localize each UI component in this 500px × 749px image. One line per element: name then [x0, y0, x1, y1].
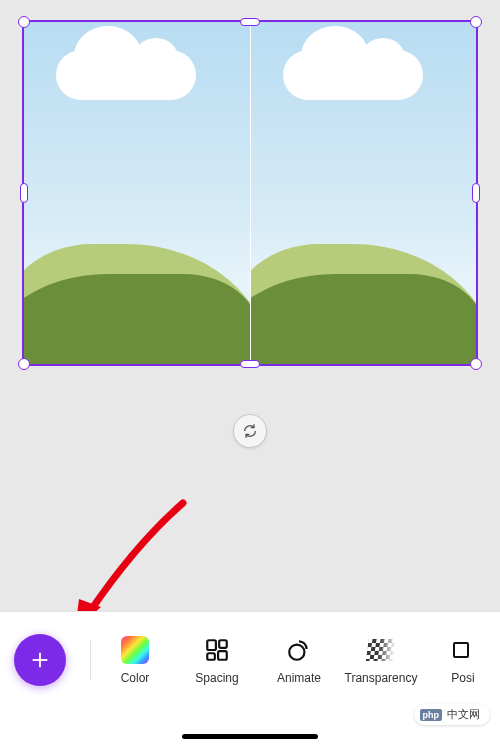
svg-rect-8 — [454, 643, 468, 657]
grid-image-left[interactable] — [24, 22, 251, 364]
svg-rect-6 — [218, 651, 227, 660]
toolbar-row: Color Spacing — [0, 612, 500, 708]
canvas-area[interactable] — [22, 20, 478, 366]
cycle-icon — [242, 423, 258, 439]
spacing-label: Spacing — [195, 671, 238, 685]
add-button[interactable] — [14, 634, 66, 686]
animate-icon — [286, 637, 312, 663]
hill-front — [251, 274, 477, 364]
bottom-toolbar: Color Spacing — [0, 611, 500, 749]
resize-handle-bottom-left[interactable] — [18, 358, 30, 370]
resize-handle-bottom[interactable] — [240, 360, 260, 368]
svg-rect-4 — [219, 640, 227, 648]
position-label: Posi — [451, 671, 474, 685]
tool-items: Color Spacing — [107, 635, 486, 685]
grid-image-right[interactable] — [251, 22, 477, 364]
spacing-icon — [204, 637, 230, 663]
animate-tool[interactable]: Animate — [271, 635, 327, 685]
position-icon — [451, 638, 475, 662]
watermark-badge: php — [420, 709, 443, 721]
color-label: Color — [121, 671, 150, 685]
color-swatch-icon — [121, 636, 149, 664]
home-indicator[interactable] — [182, 734, 318, 739]
resize-handle-top-left[interactable] — [18, 16, 30, 28]
resize-handle-bottom-right[interactable] — [470, 358, 482, 370]
spacing-tool[interactable]: Spacing — [189, 635, 245, 685]
color-tool[interactable]: Color — [107, 635, 163, 685]
resize-handle-left[interactable] — [20, 183, 28, 203]
resize-handle-top-right[interactable] — [470, 16, 482, 28]
cloud-icon — [283, 50, 423, 100]
svg-point-7 — [289, 645, 304, 660]
position-tool[interactable]: Posi — [435, 635, 486, 685]
plus-icon — [29, 649, 51, 671]
toolbar-divider — [90, 640, 91, 680]
resize-handle-right[interactable] — [472, 183, 480, 203]
transparency-label: Transparency — [345, 671, 418, 685]
watermark-text: 中文网 — [447, 707, 480, 722]
transparency-tool[interactable]: Transparency — [353, 635, 409, 685]
selection-frame[interactable] — [22, 20, 478, 366]
svg-rect-3 — [207, 640, 216, 650]
cloud-icon — [56, 50, 196, 100]
cycle-button[interactable] — [233, 414, 267, 448]
resize-handle-top[interactable] — [240, 18, 260, 26]
watermark: php 中文网 — [414, 704, 491, 725]
animate-label: Animate — [277, 671, 321, 685]
svg-rect-5 — [207, 653, 215, 660]
hill-front — [24, 274, 251, 364]
transparency-icon — [365, 639, 396, 661]
